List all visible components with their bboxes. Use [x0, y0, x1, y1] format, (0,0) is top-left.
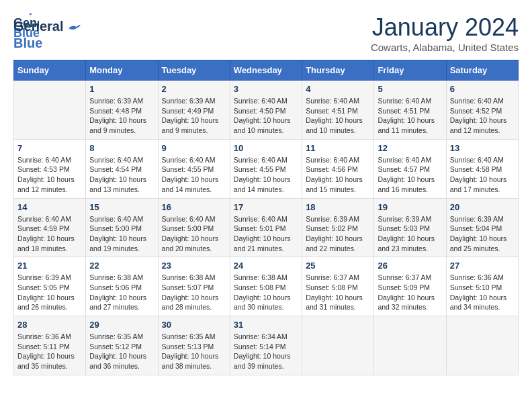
title-area: January 2024 Cowarts, Alabama, United St…	[371, 13, 519, 53]
day-info: Sunrise: 6:36 AM Sunset: 5:11 PM Dayligh…	[17, 332, 82, 371]
day-info: Sunrise: 6:38 AM Sunset: 5:08 PM Dayligh…	[234, 273, 298, 312]
day-number: 12	[378, 143, 442, 153]
day-number: 11	[306, 143, 370, 153]
header-tuesday: Tuesday	[158, 60, 230, 81]
day-info: Sunrise: 6:40 AM Sunset: 4:54 PM Dayligh…	[89, 155, 154, 195]
day-number: 13	[450, 143, 515, 153]
calendar-cell: 30Sunrise: 6:35 AM Sunset: 5:13 PM Dayli…	[158, 316, 230, 375]
day-number: 19	[378, 202, 442, 212]
calendar-cell: 27Sunrise: 6:36 AM Sunset: 5:10 PM Dayli…	[446, 257, 518, 316]
calendar-cell: 2Sunrise: 6:39 AM Sunset: 4:49 PM Daylig…	[158, 81, 230, 140]
calendar-header: Sunday Monday Tuesday Wednesday Thursday…	[14, 60, 519, 81]
calendar-week-row: 28Sunrise: 6:36 AM Sunset: 5:11 PM Dayli…	[14, 316, 519, 375]
calendar-cell: 1Sunrise: 6:39 AM Sunset: 4:48 PM Daylig…	[86, 81, 158, 140]
day-number: 29	[89, 320, 154, 330]
calendar-cell: 15Sunrise: 6:40 AM Sunset: 5:00 PM Dayli…	[86, 198, 158, 257]
location-subtitle: Cowarts, Alabama, United States	[371, 42, 519, 53]
day-number: 5	[378, 84, 442, 94]
logo-general-text: General	[13, 19, 63, 34]
day-number: 25	[306, 261, 370, 271]
calendar-cell: 23Sunrise: 6:38 AM Sunset: 5:07 PM Dayli…	[158, 257, 230, 316]
day-info: Sunrise: 6:35 AM Sunset: 5:12 PM Dayligh…	[89, 332, 154, 371]
day-number: 15	[89, 202, 154, 212]
calendar-cell: 11Sunrise: 6:40 AM Sunset: 4:56 PM Dayli…	[302, 139, 374, 198]
calendar-cell: 13Sunrise: 6:40 AM Sunset: 4:58 PM Dayli…	[446, 139, 518, 198]
calendar-cell: 16Sunrise: 6:40 AM Sunset: 5:00 PM Dayli…	[158, 198, 230, 257]
day-info: Sunrise: 6:39 AM Sunset: 4:48 PM Dayligh…	[89, 96, 154, 136]
calendar-cell	[14, 81, 86, 140]
day-info: Sunrise: 6:40 AM Sunset: 4:52 PM Dayligh…	[450, 96, 515, 136]
day-number: 30	[162, 320, 226, 330]
calendar-cell: 22Sunrise: 6:38 AM Sunset: 5:06 PM Dayli…	[86, 257, 158, 316]
day-info: Sunrise: 6:40 AM Sunset: 4:53 PM Dayligh…	[17, 155, 82, 195]
day-info: Sunrise: 6:34 AM Sunset: 5:14 PM Dayligh…	[234, 332, 298, 371]
day-info: Sunrise: 6:40 AM Sunset: 4:56 PM Dayligh…	[306, 155, 370, 195]
calendar-week-row: 1Sunrise: 6:39 AM Sunset: 4:48 PM Daylig…	[14, 81, 519, 140]
calendar-cell: 28Sunrise: 6:36 AM Sunset: 5:11 PM Dayli…	[14, 316, 86, 375]
day-info: Sunrise: 6:38 AM Sunset: 5:07 PM Dayligh…	[162, 273, 226, 312]
calendar-cell: 31Sunrise: 6:34 AM Sunset: 5:14 PM Dayli…	[230, 316, 302, 375]
day-number: 24	[234, 261, 298, 271]
day-info: Sunrise: 6:39 AM Sunset: 5:02 PM Dayligh…	[306, 214, 370, 254]
calendar-cell: 18Sunrise: 6:39 AM Sunset: 5:02 PM Dayli…	[302, 198, 374, 257]
calendar-cell: 26Sunrise: 6:37 AM Sunset: 5:09 PM Dayli…	[374, 257, 446, 316]
header-wednesday: Wednesday	[230, 60, 302, 81]
day-info: Sunrise: 6:37 AM Sunset: 5:08 PM Dayligh…	[306, 273, 370, 312]
day-info: Sunrise: 6:40 AM Sunset: 4:57 PM Dayligh…	[378, 155, 442, 195]
calendar-cell	[374, 316, 446, 375]
logo-blue-text: Blue	[13, 36, 42, 50]
day-number: 18	[306, 202, 370, 212]
day-info: Sunrise: 6:35 AM Sunset: 5:13 PM Dayligh…	[162, 332, 226, 371]
header-sunday: Sunday	[14, 60, 86, 81]
calendar-cell: 25Sunrise: 6:37 AM Sunset: 5:08 PM Dayli…	[302, 257, 374, 316]
calendar-week-row: 7Sunrise: 6:40 AM Sunset: 4:53 PM Daylig…	[14, 139, 519, 198]
day-info: Sunrise: 6:40 AM Sunset: 5:01 PM Dayligh…	[234, 214, 298, 254]
calendar-week-row: 21Sunrise: 6:39 AM Sunset: 5:05 PM Dayli…	[14, 257, 519, 316]
calendar-cell: 7Sunrise: 6:40 AM Sunset: 4:53 PM Daylig…	[14, 139, 86, 198]
day-number: 22	[89, 261, 154, 271]
day-info: Sunrise: 6:40 AM Sunset: 4:51 PM Dayligh…	[306, 96, 370, 136]
calendar-cell: 8Sunrise: 6:40 AM Sunset: 4:54 PM Daylig…	[86, 139, 158, 198]
day-info: Sunrise: 6:39 AM Sunset: 4:49 PM Dayligh…	[162, 96, 226, 136]
month-title: January 2024	[371, 13, 519, 42]
calendar-cell: 20Sunrise: 6:39 AM Sunset: 5:04 PM Dayli…	[446, 198, 518, 257]
logo: General Blue General Blue	[13, 13, 82, 51]
calendar-cell: 3Sunrise: 6:40 AM Sunset: 4:50 PM Daylig…	[230, 81, 302, 140]
calendar-week-row: 14Sunrise: 6:40 AM Sunset: 4:59 PM Dayli…	[14, 198, 519, 257]
day-number: 17	[234, 202, 298, 212]
calendar-cell: 14Sunrise: 6:40 AM Sunset: 4:59 PM Dayli…	[14, 198, 86, 257]
calendar-cell: 19Sunrise: 6:39 AM Sunset: 5:03 PM Dayli…	[374, 198, 446, 257]
day-info: Sunrise: 6:39 AM Sunset: 5:05 PM Dayligh…	[17, 273, 82, 312]
day-number: 23	[162, 261, 226, 271]
day-info: Sunrise: 6:40 AM Sunset: 4:55 PM Dayligh…	[234, 155, 298, 195]
day-number: 20	[450, 202, 515, 212]
svg-marker-2	[29, 13, 32, 15]
header-thursday: Thursday	[302, 60, 374, 81]
day-info: Sunrise: 6:36 AM Sunset: 5:10 PM Dayligh…	[450, 273, 515, 312]
day-number: 28	[17, 320, 82, 330]
day-number: 10	[234, 143, 298, 153]
day-info: Sunrise: 6:40 AM Sunset: 5:00 PM Dayligh…	[162, 214, 226, 254]
calendar-body: 1Sunrise: 6:39 AM Sunset: 4:48 PM Daylig…	[14, 81, 519, 375]
day-info: Sunrise: 6:38 AM Sunset: 5:06 PM Dayligh…	[89, 273, 154, 312]
day-info: Sunrise: 6:40 AM Sunset: 4:59 PM Dayligh…	[17, 214, 82, 254]
day-info: Sunrise: 6:39 AM Sunset: 5:04 PM Dayligh…	[450, 214, 515, 254]
day-number: 26	[378, 261, 442, 271]
header-monday: Monday	[86, 60, 158, 81]
day-info: Sunrise: 6:37 AM Sunset: 5:09 PM Dayligh…	[378, 273, 442, 312]
header-friday: Friday	[374, 60, 446, 81]
page-header: General Blue General Blue January 2024 C…	[13, 13, 519, 53]
day-info: Sunrise: 6:40 AM Sunset: 4:55 PM Dayligh…	[162, 155, 226, 195]
calendar-table: Sunday Monday Tuesday Wednesday Thursday…	[13, 60, 519, 375]
day-number: 9	[162, 143, 226, 153]
calendar-cell: 21Sunrise: 6:39 AM Sunset: 5:05 PM Dayli…	[14, 257, 86, 316]
day-number: 6	[450, 84, 515, 94]
calendar-cell	[446, 316, 518, 375]
day-info: Sunrise: 6:40 AM Sunset: 4:58 PM Dayligh…	[450, 155, 515, 195]
calendar-cell: 10Sunrise: 6:40 AM Sunset: 4:55 PM Dayli…	[230, 139, 302, 198]
day-number: 31	[234, 320, 298, 330]
day-number: 21	[17, 261, 82, 271]
calendar-cell: 29Sunrise: 6:35 AM Sunset: 5:12 PM Dayli…	[86, 316, 158, 375]
day-number: 2	[162, 84, 226, 94]
day-number: 27	[450, 261, 515, 271]
